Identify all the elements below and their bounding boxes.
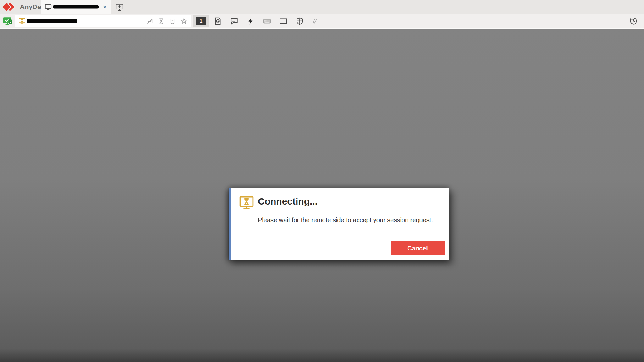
tab-monitor-icon <box>44 3 52 10</box>
actions-lightning-icon <box>247 17 255 25</box>
file-transfer-button[interactable] <box>213 16 223 26</box>
new-tab-monitor-plus-icon <box>115 3 124 11</box>
history-icon[interactable] <box>629 16 638 26</box>
remote-view-area: Connecting... Please wait for the remote… <box>0 29 644 362</box>
actions-button[interactable] <box>245 16 256 26</box>
keyboard-button[interactable] <box>262 16 272 26</box>
address-field[interactable]: 966986746 <box>15 15 191 27</box>
file-transfer-icon <box>214 17 222 25</box>
anydesk-window: AnyDesk 966986746 × – <box>0 0 644 362</box>
close-icon[interactable]: × <box>102 3 108 11</box>
connection-secure-icon <box>3 16 13 26</box>
cancel-button[interactable]: Cancel <box>391 241 445 255</box>
dialog-title: Connecting... <box>258 196 318 207</box>
monitor-1-button[interactable]: 1 <box>193 15 209 27</box>
whiteboard-button[interactable] <box>311 16 321 26</box>
keyboard-icon <box>263 17 271 25</box>
waiting-monitor-hourglass-icon <box>238 195 255 210</box>
favorite-star-icon <box>180 18 187 25</box>
display-settings-button[interactable] <box>278 16 289 26</box>
address-status-icons <box>146 18 187 25</box>
chat-button[interactable] <box>229 16 240 26</box>
whiteboard-pen-icon <box>312 17 320 25</box>
chat-icon <box>230 17 238 25</box>
session-waiting-icon <box>18 18 26 25</box>
connecting-dialog: Connecting... Please wait for the remote… <box>229 188 449 260</box>
anydesk-logo-icon <box>3 2 17 12</box>
monitor-1-label: 1 <box>196 17 206 25</box>
redacted-session-id: 966986746 <box>54 4 81 10</box>
new-tab-button[interactable] <box>114 2 125 12</box>
no-screenshot-icon <box>146 18 153 25</box>
title-bar: AnyDesk 966986746 × – <box>0 0 644 14</box>
minimize-button[interactable]: – <box>612 0 630 13</box>
redacted-remote-id: 966986746 <box>28 18 58 24</box>
hourglass-icon <box>158 18 165 25</box>
permissions-button[interactable] <box>294 16 305 26</box>
dialog-message: Please wait for the remote side to accep… <box>258 217 433 224</box>
session-tab[interactable]: 966986746 × <box>41 0 111 14</box>
permissions-shield-icon <box>296 17 304 25</box>
clipboard-sync-icon <box>169 18 176 25</box>
session-toolbar: 966986746 <box>0 14 644 29</box>
display-settings-icon <box>279 17 287 25</box>
toolbar-actions <box>213 14 321 28</box>
